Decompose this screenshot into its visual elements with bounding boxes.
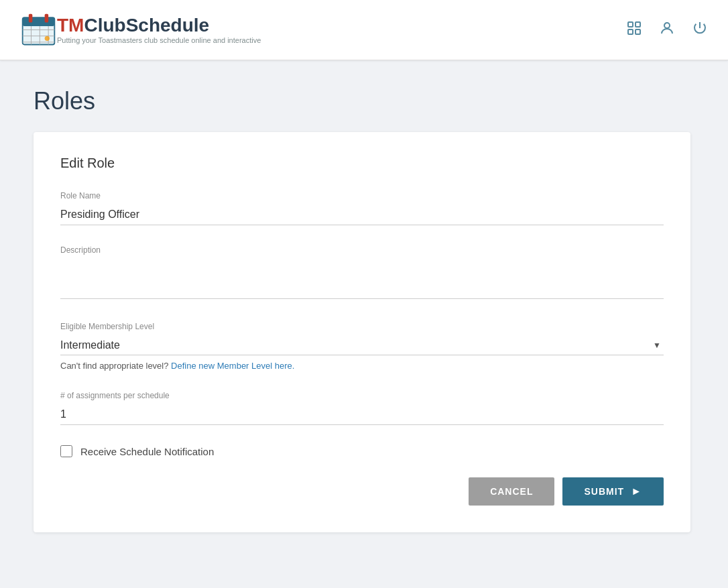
role-name-label: Role Name: [60, 191, 664, 200]
card-title: Edit Role: [60, 156, 664, 171]
logo-brand: TMClubSchedule: [57, 16, 261, 35]
edit-role-card: Edit Role Role Name Description Eligible…: [34, 132, 690, 532]
svg-point-10: [45, 36, 50, 41]
logo-club: Club: [84, 15, 125, 36]
notification-checkbox[interactable]: [60, 445, 72, 457]
main-content: Roles Edit Role Role Name Description El…: [0, 60, 728, 559]
svg-rect-12: [635, 22, 640, 27]
submit-button[interactable]: SUBMIT ►: [562, 477, 664, 506]
svg-rect-11: [628, 22, 633, 27]
cant-find-text: Can't find appropriate level?: [60, 361, 168, 371]
arrow-right-icon: ►: [631, 485, 642, 497]
user-icon[interactable]: [659, 20, 675, 40]
description-label: Description: [60, 245, 664, 255]
assignments-group: # of assignments per schedule: [60, 391, 664, 425]
assignments-label: # of assignments per schedule: [60, 391, 664, 400]
submit-label: SUBMIT: [584, 486, 624, 497]
description-input[interactable]: [60, 259, 664, 299]
svg-rect-13: [628, 30, 633, 34]
svg-rect-2: [29, 14, 33, 23]
logo-tagline: Putting your Toastmasters club schedule …: [57, 36, 261, 44]
page-title: Roles: [34, 87, 694, 115]
logo-area: TMClubSchedule Putting your Toastmasters…: [20, 11, 261, 48]
cancel-button[interactable]: CANCEL: [469, 477, 554, 506]
membership-label: Eligible Membership Level: [60, 322, 664, 331]
grid-icon[interactable]: [626, 20, 642, 40]
membership-select-wrapper: Beginner Intermediate Advanced Expert ▼: [60, 335, 664, 355]
assignments-input[interactable]: [60, 404, 664, 425]
svg-point-15: [664, 23, 670, 28]
svg-rect-14: [635, 30, 640, 34]
role-name-group: Role Name: [60, 191, 664, 225]
role-name-input[interactable]: [60, 204, 664, 225]
logo-tm: TM: [57, 15, 84, 36]
svg-rect-1: [23, 17, 55, 26]
logo-calendar-icon: [20, 11, 57, 48]
svg-rect-3: [45, 14, 49, 23]
logo-schedule: Schedule: [126, 15, 209, 36]
define-member-level-link[interactable]: Define new Member Level here.: [171, 361, 294, 371]
description-group: Description: [60, 245, 664, 302]
helper-text: Can't find appropriate level? Define new…: [60, 361, 664, 371]
logo-text: TMClubSchedule Putting your Toastmasters…: [57, 16, 261, 44]
header: TMClubSchedule Putting your Toastmasters…: [0, 0, 728, 60]
power-icon[interactable]: [692, 20, 708, 40]
button-row: CANCEL SUBMIT ►: [60, 477, 664, 506]
notification-checkbox-label[interactable]: Receive Schedule Notification: [80, 446, 214, 457]
notification-checkbox-row: Receive Schedule Notification: [60, 445, 664, 457]
membership-select[interactable]: Beginner Intermediate Advanced Expert: [60, 335, 664, 355]
header-icons: [626, 20, 708, 40]
membership-group: Eligible Membership Level Beginner Inter…: [60, 322, 664, 371]
